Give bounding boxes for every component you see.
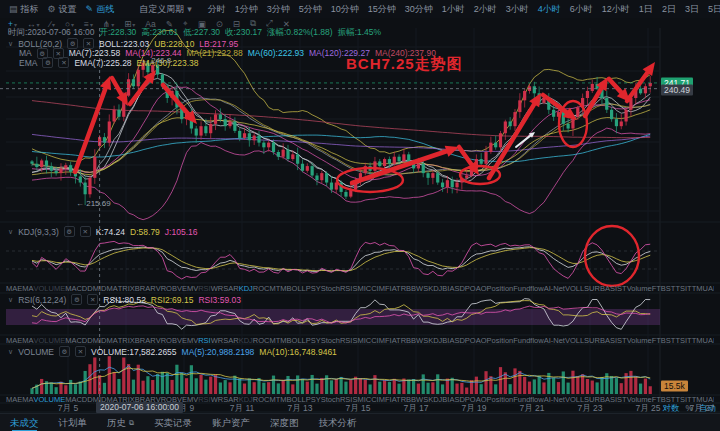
indicator-tab-ai-bsi[interactable]: AI-BSI [708, 284, 714, 293]
indicator-tab-emv[interactable]: EMV [182, 395, 198, 404]
indicator-tab-mtm[interactable]: MTM [269, 284, 286, 293]
indicator-tab-ftbs[interactable]: FTBS [652, 395, 671, 404]
indicator-tab-wr[interactable]: WR [211, 284, 224, 293]
indicator-tab-wr[interactable]: WR [211, 336, 224, 345]
indicator-tab-trix[interactable]: TRIX [118, 336, 135, 345]
indicator-close-icon[interactable]: ✕ [58, 57, 69, 68]
indicator-tab-dma[interactable]: DMA [101, 284, 118, 293]
indicator-tab-ftbs[interactable]: FTBS [652, 284, 671, 293]
indicator-tab-skdj[interactable]: SKDJ [423, 336, 442, 345]
indicator-tab-ai-bsi[interactable]: AI-BSI [708, 336, 714, 345]
indicator-tab-psy[interactable]: PSY [306, 336, 321, 345]
indicator-tab-position[interactable]: Position [487, 284, 514, 293]
indicator-close-icon[interactable]: ✕ [75, 346, 86, 357]
indicator-tab-cci[interactable]: CCI [366, 336, 379, 345]
indicator-tab-emv[interactable]: EMV [182, 336, 198, 345]
indicator-tab-fundflow[interactable]: Fundflow [513, 284, 543, 293]
indicator-tab-dpo[interactable]: DPO [459, 336, 475, 345]
indicator-tab-macd[interactable]: MACD [65, 336, 87, 345]
indicator-settings-icon[interactable]: ⚙ [64, 226, 75, 237]
indicator-tab-lsur[interactable]: LSUR [580, 284, 600, 293]
indicator-tab-fundflow[interactable]: Fundflow [513, 395, 543, 404]
indicator-tab-dmi[interactable]: DMI [87, 336, 101, 345]
indicator-tab-ao[interactable]: AO [476, 336, 487, 345]
collapse-chevron-icon[interactable]: ∨ [8, 348, 13, 356]
indicator-tab-smi[interactable]: SMI [352, 284, 365, 293]
indicator-tab-bbw[interactable]: BBW [406, 284, 423, 293]
indicator-tab-mfi[interactable]: MFI [379, 395, 392, 404]
indicator-tab-roc[interactable]: ROC [253, 284, 270, 293]
indicator-tab-lsur[interactable]: LSUR [580, 395, 600, 404]
indicator-tab-dmi[interactable]: DMI [87, 284, 101, 293]
indicator-tab-ai-netvol[interactable]: AI-NetVOL [544, 336, 580, 345]
indicator-tab-ema[interactable]: EMA [17, 336, 33, 345]
indicator-tab-ema[interactable]: EMA [17, 284, 33, 293]
indicator-tab-ttmu[interactable]: TTMU [687, 284, 708, 293]
indicator-tab-macd[interactable]: MACD [65, 284, 87, 293]
indicator-tab-vr[interactable]: VR [156, 336, 166, 345]
indicator-settings-icon[interactable]: ⚙ [59, 346, 70, 357]
indicator-tab-tvolume[interactable]: TVolume [622, 395, 652, 404]
indicator-tab-basis[interactable]: BASIS [600, 284, 622, 293]
collapse-chevron-icon[interactable]: ∨ [8, 296, 13, 304]
indicator-tab-bias[interactable]: BIAS [442, 284, 459, 293]
indicator-tab-roc[interactable]: ROC [253, 336, 270, 345]
indicator-tab-ttsi[interactable]: TTSI [671, 336, 687, 345]
indicator-tab-position[interactable]: Position [487, 336, 514, 345]
indicator-tab-atr[interactable]: ATR [392, 284, 406, 293]
indicator-tab-trix[interactable]: TRIX [118, 284, 135, 293]
indicator-tab-rsi[interactable]: RSI [198, 284, 211, 293]
indicator-tab-ma[interactable]: MA [6, 395, 17, 404]
indicator-tab-kdj[interactable]: KDJ [239, 336, 253, 345]
indicator-tab-wr[interactable]: WR [211, 395, 224, 404]
indicator-tab-obv[interactable]: OBV [166, 284, 182, 293]
indicator-tab-bias[interactable]: BIAS [442, 336, 459, 345]
indicator-tab-lsur[interactable]: LSUR [580, 336, 600, 345]
indicator-tab-volume[interactable]: VOLUME [34, 284, 66, 293]
indicator-tab-ai-netvol[interactable]: AI-NetVOL [544, 284, 580, 293]
indicator-tab-kdj[interactable]: KDJ [239, 395, 253, 404]
indicator-tab-cci[interactable]: CCI [366, 284, 379, 293]
indicator-tab-ai-netvol[interactable]: AI-NetVOL [544, 395, 580, 404]
indicator-close-icon[interactable]: ✕ [80, 226, 91, 237]
collapse-chevron-icon[interactable]: ∨ [8, 228, 13, 236]
indicator-tab-stochrsi[interactable]: StochRSI [321, 395, 353, 404]
indicator-tab-bbw[interactable]: BBW [406, 395, 423, 404]
indicator-tab-tvolume[interactable]: TVolume [622, 284, 652, 293]
indicator-tab-ttmu[interactable]: TTMU [687, 395, 708, 404]
indicator-tab-emv[interactable]: EMV [182, 284, 198, 293]
indicator-tab-mfi[interactable]: MFI [379, 284, 392, 293]
indicator-tab-skdj[interactable]: SKDJ [423, 395, 442, 404]
indicator-tab-ma[interactable]: MA [6, 336, 17, 345]
indicator-tab-ema[interactable]: EMA [17, 395, 33, 404]
indicator-tab-atr[interactable]: ATR [392, 336, 406, 345]
indicator-tab-sar[interactable]: SAR [223, 284, 238, 293]
indicator-tab-mtm[interactable]: MTM [269, 395, 286, 404]
indicator-tab-sar[interactable]: SAR [223, 395, 238, 404]
indicator-tab-ttsi[interactable]: TTSI [671, 395, 687, 404]
indicator-tab-rsi[interactable]: RSI [198, 395, 211, 404]
indicator-tab-ttsi[interactable]: TTSI [671, 284, 687, 293]
indicator-tab-stochrsi[interactable]: StochRSI [321, 336, 353, 345]
indicator-tab-kdj[interactable]: KDJ [239, 284, 253, 293]
indicator-tab-psy[interactable]: PSY [306, 395, 321, 404]
indicator-tab-rsi[interactable]: RSI [198, 336, 211, 345]
indicator-tab-roc[interactable]: ROC [253, 395, 270, 404]
indicator-tab-bias[interactable]: BIAS [442, 395, 459, 404]
indicator-tab-mtm[interactable]: MTM [269, 336, 286, 345]
indicator-tab-brar[interactable]: BRAR [135, 336, 156, 345]
indicator-tab-macd[interactable]: MACD [65, 395, 87, 404]
collapse-chevron-icon[interactable]: ∨ [8, 40, 13, 48]
indicator-tab-ftbs[interactable]: FTBS [652, 336, 671, 345]
indicator-settings-icon[interactable]: ⚙ [42, 57, 53, 68]
indicator-tab-boll[interactable]: BOLL [287, 395, 306, 404]
indicator-tab-boll[interactable]: BOLL [287, 284, 306, 293]
indicator-tab-dpo[interactable]: DPO [459, 395, 475, 404]
indicator-tab-vr[interactable]: VR [156, 284, 166, 293]
indicator-tab-mfi[interactable]: MFI [379, 336, 392, 345]
indicator-tab-basis[interactable]: BASIS [600, 336, 622, 345]
indicator-tab-brar[interactable]: BRAR [135, 284, 156, 293]
indicator-tab-ai-bsi[interactable]: AI-BSI [708, 395, 714, 404]
indicator-tab-sar[interactable]: SAR [223, 336, 238, 345]
indicator-tab-basis[interactable]: BASIS [600, 395, 622, 404]
